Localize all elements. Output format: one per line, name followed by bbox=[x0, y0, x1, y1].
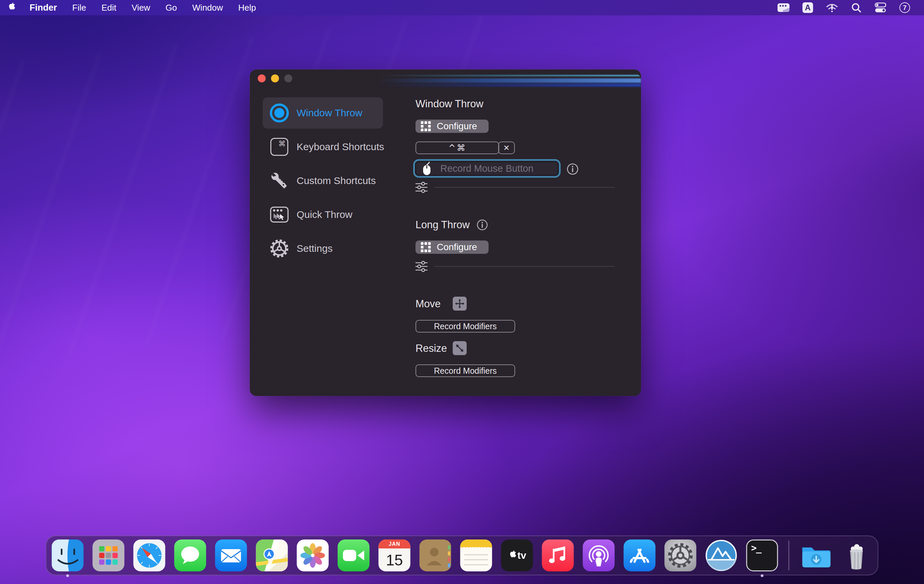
circled-7-icon[interactable]: 7 bbox=[899, 2, 911, 13]
window-titlebar[interactable] bbox=[250, 69, 641, 96]
dock-trash[interactable] bbox=[841, 539, 873, 571]
grid-icon bbox=[421, 121, 431, 131]
terminal-prompt: >_ bbox=[751, 543, 761, 553]
configure-label: Configure bbox=[437, 242, 477, 252]
app-window: Window Throw ⌘ Keyboard Shortcuts bbox=[250, 69, 641, 396]
sidebar-label: Settings bbox=[297, 243, 332, 254]
sidebar-item-custom-shortcuts[interactable]: Custom Shortcuts bbox=[263, 165, 383, 196]
dock: JAN 15 bbox=[46, 536, 878, 575]
ruler-wrench-icon bbox=[269, 170, 290, 191]
window-throw-title: Window Throw bbox=[416, 98, 483, 110]
spotlight-search-icon[interactable] bbox=[850, 2, 862, 13]
record-mouse-placeholder: Record Mouse Button bbox=[416, 163, 558, 174]
gear-icon bbox=[269, 238, 290, 259]
dock-mail[interactable] bbox=[215, 539, 247, 571]
menubar-app-name[interactable]: Finder bbox=[22, 0, 65, 15]
dock-safari[interactable] bbox=[134, 539, 165, 571]
tv-label: tv bbox=[518, 550, 526, 561]
input-source-icon[interactable]: A bbox=[802, 2, 814, 13]
record-modifiers-label: Record Modifiers bbox=[434, 322, 497, 331]
record-mouse-button-field[interactable]: Record Mouse Button bbox=[413, 159, 561, 178]
configure-label: Configure bbox=[437, 121, 477, 132]
dock-music[interactable] bbox=[542, 539, 574, 571]
resize-record-modifiers-button[interactable]: Record Modifiers bbox=[416, 365, 515, 377]
dock-contacts[interactable] bbox=[419, 539, 451, 571]
dock-podcasts[interactable] bbox=[583, 539, 615, 571]
long-throw-title: Long Throw bbox=[416, 219, 470, 231]
dock-facetime[interactable] bbox=[338, 539, 370, 571]
wifi-alert-icon[interactable] bbox=[826, 2, 838, 13]
sidebar-label: Keyboard Shortcuts bbox=[297, 141, 384, 152]
running-indicator bbox=[66, 574, 69, 577]
keyboard-shortcut-field[interactable]: ^⌘ bbox=[416, 142, 499, 154]
resize-icon bbox=[453, 341, 467, 355]
dock-tv[interactable]: tv bbox=[501, 539, 533, 571]
zoom-button-disabled[interactable] bbox=[284, 74, 292, 82]
info-icon[interactable] bbox=[476, 219, 488, 231]
close-icon: ✕ bbox=[503, 144, 510, 152]
move-record-modifiers-button[interactable]: Record Modifiers bbox=[416, 320, 515, 333]
dock-system-preferences[interactable] bbox=[665, 539, 696, 571]
dock-launchpad[interactable] bbox=[92, 539, 125, 571]
section-divider bbox=[434, 266, 615, 267]
mouse-icon bbox=[421, 161, 433, 176]
menu-edit[interactable]: Edit bbox=[94, 0, 124, 15]
window-throw-configure-button[interactable]: Configure bbox=[416, 120, 488, 133]
menu-go[interactable]: Go bbox=[158, 0, 185, 15]
dock-mountain-app[interactable] bbox=[705, 539, 738, 571]
dock-terminal[interactable]: >_ bbox=[746, 539, 778, 571]
menu-file[interactable]: File bbox=[65, 0, 94, 15]
command-key-icon: ⌘ bbox=[269, 136, 290, 157]
clear-shortcut-button[interactable]: ✕ bbox=[498, 142, 515, 154]
apple-logo-icon bbox=[508, 551, 516, 561]
dock-maps[interactable] bbox=[256, 539, 288, 571]
apple-menu[interactable] bbox=[0, 3, 22, 13]
apple-logo-icon bbox=[7, 3, 15, 13]
menu-view[interactable]: View bbox=[124, 0, 158, 15]
resize-label: Resize bbox=[416, 343, 447, 355]
sidebar-item-settings[interactable]: Settings bbox=[263, 233, 383, 264]
advanced-options-sliders-icon[interactable] bbox=[415, 181, 428, 194]
dock-messages[interactable] bbox=[174, 539, 206, 571]
shortcut-value: ^⌘ bbox=[449, 143, 466, 153]
dock-calendar[interactable]: JAN 15 bbox=[379, 539, 411, 571]
sidebar-item-keyboard-shortcuts[interactable]: ⌘ Keyboard Shortcuts bbox=[263, 131, 383, 162]
move-label: Move bbox=[416, 298, 441, 310]
sidebar-label: Window Throw bbox=[297, 107, 362, 119]
dock-app-store[interactable] bbox=[624, 539, 656, 571]
titlebar-light-streaks bbox=[376, 73, 641, 88]
sidebar-item-window-throw[interactable]: Window Throw bbox=[263, 97, 383, 129]
calendar-month: JAN bbox=[379, 539, 411, 548]
long-throw-configure-button[interactable]: Configure bbox=[416, 241, 488, 254]
calendar-day: 15 bbox=[379, 548, 411, 571]
section-divider bbox=[434, 187, 615, 188]
dock-photos[interactable] bbox=[297, 539, 329, 571]
sidebar-item-quick-throw[interactable]: Quick Throw bbox=[263, 199, 383, 230]
control-center-icon[interactable] bbox=[874, 2, 886, 13]
close-button[interactable] bbox=[258, 74, 266, 82]
menu-bar: Finder File Edit View Go Window Help A bbox=[0, 0, 924, 15]
minimize-button[interactable] bbox=[271, 74, 279, 82]
desktop: Finder File Edit View Go Window Help A bbox=[0, 0, 924, 584]
dock-divider bbox=[789, 541, 789, 571]
dock-finder[interactable] bbox=[52, 539, 84, 571]
menu-window[interactable]: Window bbox=[185, 0, 231, 15]
info-icon[interactable] bbox=[566, 163, 579, 175]
keyboard-viewer-icon[interactable] bbox=[777, 2, 789, 13]
cursors-window-icon bbox=[269, 204, 290, 225]
grid-icon bbox=[421, 242, 431, 252]
menu-help[interactable]: Help bbox=[231, 0, 263, 15]
running-indicator bbox=[761, 574, 764, 577]
record-modifiers-label: Record Modifiers bbox=[434, 366, 497, 376]
dock-notes[interactable] bbox=[460, 539, 492, 571]
move-icon bbox=[453, 297, 467, 310]
sidebar-label: Custom Shortcuts bbox=[297, 175, 376, 186]
ring-icon bbox=[269, 102, 290, 124]
dock-downloads-folder[interactable] bbox=[800, 539, 832, 571]
advanced-options-sliders-icon[interactable] bbox=[415, 260, 428, 273]
sidebar-label: Quick Throw bbox=[297, 209, 352, 220]
